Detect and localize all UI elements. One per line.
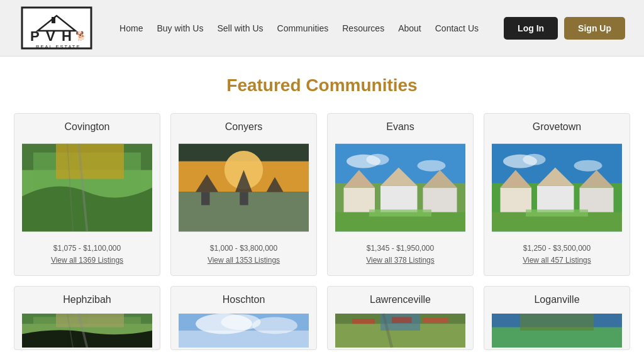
community-price: $1,345 - $1,950,000View all 378 Listings [366, 243, 435, 266]
community-image [22, 139, 152, 236]
nav-sell[interactable]: Sell with Us [217, 23, 263, 33]
community-name: Hephzibah [63, 294, 111, 305]
view-listings-link[interactable]: View all 457 Listings [523, 256, 591, 265]
community-image-partial [335, 312, 465, 349]
nav-resources[interactable]: Resources [342, 23, 384, 33]
community-card-partial[interactable]: Hephzibah [14, 286, 160, 350]
main-content: Featured Communities Covington $1,075 - … [0, 57, 644, 362]
svg-point-45 [523, 154, 546, 165]
nav-communities[interactable]: Communities [277, 23, 329, 33]
community-card[interactable]: Conyers $1,000 - $3,800,000View all 1353… [170, 113, 317, 276]
community-image [179, 139, 309, 236]
community-name: Conyers [225, 121, 263, 133]
svg-rect-21 [201, 192, 210, 205]
nav-home[interactable]: Home [119, 23, 143, 33]
community-image-partial [179, 312, 309, 349]
community-card[interactable]: Grovetown $1,250 - $3,500,000View all 45… [484, 113, 630, 276]
svg-text:V: V [46, 28, 55, 44]
community-card[interactable]: Evans $1,345 - $1,950,000View all 378 Li… [327, 113, 474, 276]
community-name: Covington [64, 121, 109, 133]
svg-rect-65 [423, 318, 449, 324]
header-buttons: Log In Sign Up [504, 17, 625, 40]
community-image [335, 139, 465, 236]
svg-rect-11 [56, 144, 124, 179]
community-price: $1,250 - $3,500,000View all 457 Listings [523, 243, 591, 266]
community-name: Hoschton [223, 294, 265, 305]
community-card-partial[interactable]: Lawrenceville [327, 286, 474, 350]
community-price: $1,075 - $1,100,000View all 1369 Listing… [51, 243, 123, 266]
svg-rect-22 [240, 192, 248, 205]
svg-point-59 [252, 317, 297, 334]
svg-text:H: H [62, 28, 72, 44]
svg-text:🐕: 🐕 [75, 31, 87, 41]
signup-button[interactable]: Sign Up [564, 17, 625, 40]
community-card-partial[interactable]: Loganville [484, 286, 630, 350]
section-title: Featured Communities [13, 75, 631, 96]
svg-point-33 [418, 160, 446, 172]
view-listings-link[interactable]: View all 1369 Listings [51, 256, 123, 265]
nav-about[interactable]: About [398, 23, 421, 33]
community-name: Lawrenceville [370, 294, 431, 305]
community-card-partial[interactable]: Hoschton [170, 286, 317, 350]
logo-area: P V H 🐕 REAL ESTATE [19, 4, 94, 52]
community-grid-row1: Covington $1,075 - $1,100,000View all 13… [14, 113, 630, 276]
svg-point-32 [367, 154, 389, 165]
svg-rect-52 [56, 314, 124, 327]
community-price: $1,000 - $3,800,000View all 1353 Listing… [208, 243, 280, 266]
svg-rect-63 [352, 319, 375, 324]
svg-rect-48 [526, 209, 588, 216]
login-button[interactable]: Log In [504, 17, 558, 40]
svg-rect-56 [179, 331, 309, 348]
svg-point-46 [574, 160, 602, 172]
main-nav: Home Buy with Us Sell with Us Communitie… [119, 23, 479, 33]
svg-rect-2 [52, 17, 55, 23]
view-listings-link[interactable]: View all 378 Listings [366, 256, 435, 265]
community-image-partial [492, 312, 622, 349]
logo: P V H 🐕 REAL ESTATE [19, 4, 94, 52]
community-image [492, 139, 622, 236]
svg-text:REAL ESTATE: REAL ESTATE [36, 44, 80, 50]
community-name: Loganville [534, 294, 579, 305]
nav-buy[interactable]: Buy with Us [157, 23, 203, 33]
nav-contact[interactable]: Contact Us [435, 23, 479, 33]
community-card[interactable]: Covington $1,075 - $1,100,000View all 13… [14, 113, 160, 276]
svg-rect-69 [520, 314, 594, 331]
view-listings-link[interactable]: View all 1353 Listings [208, 256, 280, 265]
svg-rect-35 [369, 209, 431, 216]
svg-rect-64 [392, 317, 412, 324]
svg-text:P: P [30, 28, 40, 44]
community-grid-row2: Hephzibah Hoschton Lawrenceville Loganvi… [14, 286, 630, 350]
community-name: Evans [386, 121, 414, 133]
community-image-partial [22, 312, 152, 349]
header: P V H 🐕 REAL ESTATE Home Buy with Us Sel… [0, 0, 644, 57]
community-name: Grovetown [533, 121, 581, 133]
